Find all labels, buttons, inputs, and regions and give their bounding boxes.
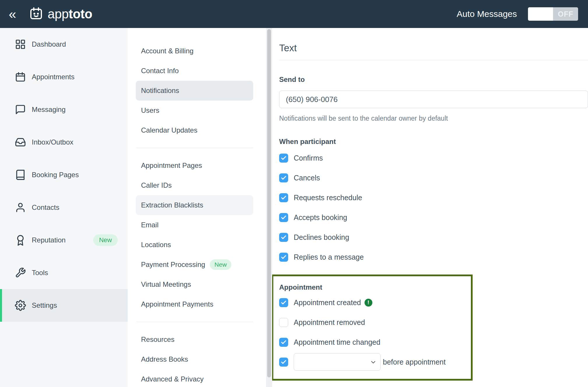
checkbox-row-declines-booking: Declines booking [279,227,588,247]
appointment-section-highlight: Appointment Appointment created ! Appoin… [272,275,473,381]
auto-messages-toggle[interactable]: OFF [528,7,578,21]
settings-menu-item-appointment-pages[interactable]: Appointment Pages [136,156,253,175]
send-to-input[interactable] [279,91,588,108]
sidebar-item-label: Booking Pages [32,171,79,179]
sidebar-item-label: Contacts [32,203,59,212]
settings-submenu: Account & Billing Contact Info Notificat… [128,28,266,387]
sidebar-item-tools[interactable]: Tools [0,256,128,289]
vertical-scrollbar[interactable] [266,28,272,387]
sidebar-item-appointments[interactable]: Appointments [0,61,128,93]
settings-menu-item-payment-processing[interactable]: Payment Processing New [136,255,253,275]
confirms-checkbox[interactable] [279,154,288,163]
settings-menu-item-label: Resources [141,335,175,344]
settings-menu-item-label: Notifications [141,87,179,95]
appointment-removed-checkbox[interactable] [279,318,288,327]
submenu-divider [136,148,253,148]
new-badge: New [93,234,118,246]
appointment-created-checkbox[interactable] [279,298,288,307]
sidebar-item-dashboard[interactable]: Dashboard [0,28,128,61]
collapse-sidebar-icon[interactable]: « [9,7,16,21]
settings-menu-item-label: Caller IDs [141,181,172,189]
settings-menu-item-extraction-blacklists[interactable]: Extraction Blacklists [136,195,253,215]
settings-menu-item-address-books[interactable]: Address Books [136,349,253,369]
before-appointment-row: before appointment [279,352,465,372]
checkbox-label: Confirms [294,154,323,162]
submenu-divider [136,322,253,322]
checkbox-label: Cancels [294,174,320,182]
checkbox-label: Replies to a message [294,253,364,261]
checkbox-row-appointment-time-changed: Appointment time changed [279,332,465,352]
checkbox-label: Requests reschedule [294,194,362,202]
settings-menu-item-locations[interactable]: Locations [136,235,253,255]
book-icon [15,169,26,180]
new-badge: New [210,259,231,270]
settings-menu-item-contact-info[interactable]: Contact Info [136,61,253,81]
settings-menu-item-label: Payment Processing [141,261,205,269]
inbox-icon [15,137,26,148]
accepts-booking-checkbox[interactable] [279,213,288,222]
settings-menu-item-virtual-meetings[interactable]: Virtual Meetings [136,275,253,294]
requests-reschedule-checkbox[interactable] [279,193,288,202]
gear-icon [15,300,26,311]
scrollbar-thumb[interactable] [267,29,271,377]
settings-menu-item-label: Advanced & Privacy [141,375,204,383]
sidebar-item-reputation[interactable]: Reputation New [0,224,128,256]
sidebar-item-label: Appointments [32,73,75,81]
settings-menu-item-email[interactable]: Email [136,215,253,235]
settings-menu-item-users[interactable]: Users [136,101,253,120]
send-to-label: Send to [279,75,588,84]
send-to-help-text: Notifications will be sent to the calend… [279,115,588,122]
cancels-checkbox[interactable] [279,173,288,182]
settings-menu-item-notifications[interactable]: Notifications [136,81,253,101]
sidebar-item-label: Inbox/Outbox [32,138,73,146]
settings-menu-item-label: Virtual Meetings [141,280,191,289]
sidebar-item-label: Dashboard [32,40,66,48]
settings-menu-item-resources[interactable]: Resources [136,330,253,349]
settings-menu-item-advanced-privacy[interactable]: Advanced & Privacy [136,369,253,387]
settings-menu-item-label: Contact Info [141,67,179,75]
sidebar-item-settings[interactable]: Settings [0,289,128,322]
notifications-text-panel: Text Send to Notifications will be sent … [272,28,588,387]
wrench-icon [15,267,26,278]
sidebar-item-label: Messaging [32,105,66,114]
settings-menu-item-caller-ids[interactable]: Caller IDs [136,175,253,195]
brand-name: apptoto [48,7,92,21]
sidebar-item-label: Tools [32,269,48,277]
calendar-logo-icon [29,6,44,22]
award-icon [15,235,26,246]
settings-menu-item-label: Users [141,106,159,115]
appointment-label: Appointment [279,283,465,291]
appointment-time-changed-checkbox[interactable] [279,338,288,347]
calendar-icon [15,71,26,82]
declines-booking-checkbox[interactable] [279,233,288,242]
checkbox-label: Declines booking [294,233,349,242]
sidebar-item-inbox-outbox[interactable]: Inbox/Outbox [0,126,128,159]
sidebar-item-contacts[interactable]: Contacts [0,191,128,224]
before-appointment-checkbox[interactable] [279,358,288,367]
checkbox-row-replies-to-message: Replies to a message [279,247,588,267]
sidebar-item-messaging[interactable]: Messaging [0,93,128,126]
before-time-select[interactable] [294,353,381,371]
checkbox-row-confirms: Confirms [279,148,588,168]
auto-messages-label: Auto Messages [457,9,517,19]
settings-menu-item-calendar-updates[interactable]: Calendar Updates [136,120,253,140]
checkbox-row-appointment-removed: Appointment removed [279,312,465,332]
settings-menu-item-label: Locations [141,241,171,249]
settings-menu-item-appointment-payments[interactable]: Appointment Payments [136,294,253,314]
toggle-state-label: OFF [553,7,578,21]
checkbox-label: Appointment created [294,298,361,307]
checkbox-row-cancels: Cancels [279,168,588,188]
settings-menu-item-label: Calendar Updates [141,126,197,134]
toggle-knob[interactable] [528,7,553,21]
exclamation-circle-icon: ! [365,299,372,307]
title-divider [279,60,588,60]
settings-menu-item-label: Appointment Pages [141,161,202,170]
sidebar-item-label: Reputation [32,236,66,244]
replies-to-message-checkbox[interactable] [279,253,288,262]
sidebar-item-booking-pages[interactable]: Booking Pages [0,159,128,191]
settings-menu-item-label: Address Books [141,355,188,363]
settings-menu-item-account-billing[interactable]: Account & Billing [136,41,253,61]
sidebar-item-label: Settings [32,301,57,309]
checkbox-label: Appointment removed [294,318,365,327]
apptoto-logo[interactable]: apptoto [29,6,92,22]
